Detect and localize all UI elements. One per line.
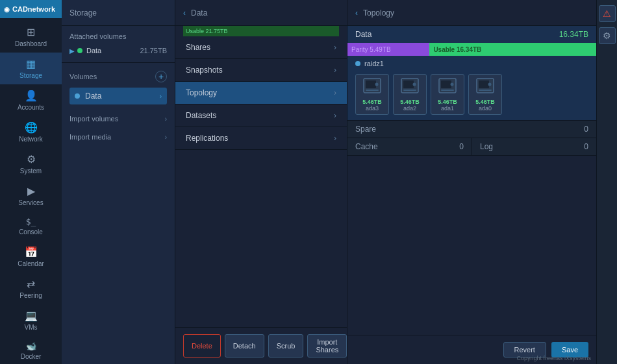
data-sub-item[interactable]: Data › [69, 88, 167, 104]
back-arrow[interactable]: ‹ [183, 8, 186, 18]
sidebar-item-dashboard[interactable]: ⊞ Dashboard [0, 21, 62, 53]
hdd-icon-ada1 [438, 77, 457, 97]
menu-snapshots[interactable]: Snapshots › [175, 59, 347, 82]
sidebar-label-console: Console [19, 228, 43, 236]
hdd-ada3: 5.46TB ada3 [355, 74, 389, 115]
sidebar-item-console[interactable]: $_ Console [0, 212, 62, 241]
sidebar-item-calendar[interactable]: 📅 Calendar [0, 241, 62, 273]
copyright-text: Copyright freenas iXsystems [516, 355, 591, 361]
svg-rect-5 [403, 80, 414, 88]
datasets-arrow: › [334, 111, 336, 120]
svg-point-6 [413, 83, 416, 86]
topo-spare-section: Spare 0 [347, 121, 596, 138]
middle-panel-header: ‹ Data [175, 0, 347, 26]
peering-icon: ⇄ [27, 278, 35, 290]
spare-label: Spare [355, 125, 376, 134]
topology-back-arrow[interactable]: ‹ [355, 8, 358, 18]
scrub-button[interactable]: Scrub [268, 334, 304, 358]
notification-panel: ⚠ ⚙ [596, 0, 617, 364]
log-count: 0 [584, 142, 588, 151]
sidebar-item-peering[interactable]: ⇄ Peering [0, 273, 62, 304]
sidebar-label-system: System [20, 167, 42, 175]
replications-label: Replications [186, 134, 334, 143]
topo-cache-section: Cache 0 Log 0 [347, 138, 596, 156]
data-item-arrow: › [160, 93, 162, 100]
app-logo: ◉ CADnetwork [0, 0, 62, 18]
attached-volumes-title: Attached volumes [69, 32, 167, 40]
data-item-name: Data [85, 91, 160, 101]
console-icon: $_ [26, 217, 36, 226]
import-media-nav[interactable]: Import media › [62, 128, 175, 146]
menu-shares[interactable]: Shares › [175, 36, 347, 59]
sidebar: ◉ CADnetwork ⊞ Dashboard ▦ Storage 👤 Acc… [0, 0, 62, 364]
sidebar-item-vms[interactable]: 💻 VMs [0, 304, 62, 336]
topology-header: ‹ Topology [347, 0, 596, 26]
cache-count: 0 [459, 142, 464, 151]
import-volumes-label: Import volumes [69, 115, 165, 123]
topology-arrow: › [334, 88, 336, 97]
sidebar-item-network[interactable]: 🌐 Network [0, 116, 62, 148]
topology-panel: ‹ Topology Data 16.34TB Parity 5.49TB [347, 0, 596, 364]
import-shares-button[interactable]: Import Shares [307, 334, 347, 358]
topo-data-size: 16.34TB [559, 30, 588, 39]
hdd-icon-ada0 [475, 77, 495, 97]
alert-button[interactable]: ⚠ [599, 5, 616, 22]
svg-rect-15 [479, 90, 492, 91]
volumes-section-title: Volumes + [69, 67, 167, 86]
parity-usable-bar: Parity 5.49TB Usable 16.34TB [347, 43, 596, 56]
accounts-icon: 👤 [25, 90, 38, 102]
sidebar-label-calendar: Calendar [18, 260, 44, 267]
topology-label: Topology [186, 88, 334, 97]
sidebar-label-peering: Peering [19, 292, 42, 299]
delete-button[interactable]: Delete [183, 334, 221, 358]
volume-status-dot [77, 48, 82, 53]
hdd-ada0: 5.46TB ada0 [468, 74, 502, 115]
import-volumes-nav[interactable]: Import volumes › [62, 110, 175, 128]
hdd-ada2: 5.46TB ada2 [393, 74, 427, 115]
sidebar-item-accounts[interactable]: 👤 Accounts [0, 84, 62, 116]
attached-volumes-section: Attached volumes ▶ Data 21.75TB [62, 26, 175, 62]
sidebar-item-storage[interactable]: ▦ Storage [0, 53, 62, 84]
menu-list: Shares › Snapshots › Topology › Datasets… [175, 36, 347, 327]
sidebar-item-services[interactable]: ▶ Services [0, 180, 62, 212]
topo-spare-header: Spare 0 [347, 121, 596, 138]
cache-cell: Cache 0 [347, 138, 472, 155]
main-content: Storage Attached volumes ▶ Data 21.75TB … [62, 0, 617, 364]
settings-button[interactable]: ⚙ [599, 27, 616, 44]
svg-point-14 [488, 83, 492, 86]
sidebar-label-services: Services [18, 199, 43, 206]
volume-item[interactable]: ▶ Data 21.75TB [69, 45, 167, 56]
svg-rect-9 [441, 80, 451, 88]
middle-panel: ‹ Data Usable 21.75TB Shares › Snapshots… [175, 0, 347, 364]
storage-panel-header: Storage [62, 0, 175, 26]
shares-label: Shares [186, 43, 334, 52]
add-volume-button[interactable]: + [155, 71, 167, 82]
sidebar-item-system[interactable]: ⚙ System [0, 148, 62, 180]
bottom-actions: Delete Detach Scrub Import Shares [175, 327, 347, 364]
log-cell: Log 0 [472, 138, 596, 155]
menu-replications[interactable]: Replications › [175, 127, 347, 150]
sidebar-label-network: Network [19, 136, 43, 143]
usable-bar: Usable 21.75TB [183, 26, 339, 36]
sidebar-item-docker[interactable]: 🐋 Docker [0, 336, 62, 364]
volumes-section: Volumes + Data › [62, 62, 175, 110]
raidz-label: raidz1 [347, 56, 596, 71]
docker-icon: 🐋 [26, 341, 36, 351]
topo-data-section: Data 16.34TB Parity 5.49TB Usable 16.34T… [347, 26, 596, 121]
svg-point-10 [451, 83, 454, 86]
usable-bar-text: Usable 21.75TB [186, 28, 228, 34]
import-media-label: Import media [69, 133, 165, 141]
hdd-icon-ada3 [362, 77, 382, 97]
menu-topology[interactable]: Topology › [175, 82, 347, 104]
topology-title: Topology [363, 8, 394, 18]
svg-rect-13 [479, 80, 489, 88]
network-icon: 🌐 [25, 121, 38, 134]
menu-datasets[interactable]: Datasets › [175, 104, 347, 127]
storage-icon: ▦ [26, 58, 36, 70]
hdd-ada0-name: ada0 [479, 105, 492, 112]
snapshots-label: Snapshots [186, 66, 334, 75]
datasets-label: Datasets [186, 111, 334, 120]
sidebar-label-storage: Storage [19, 72, 42, 79]
detach-button[interactable]: Detach [225, 334, 264, 358]
volume-size: 21.75TB [140, 47, 167, 55]
